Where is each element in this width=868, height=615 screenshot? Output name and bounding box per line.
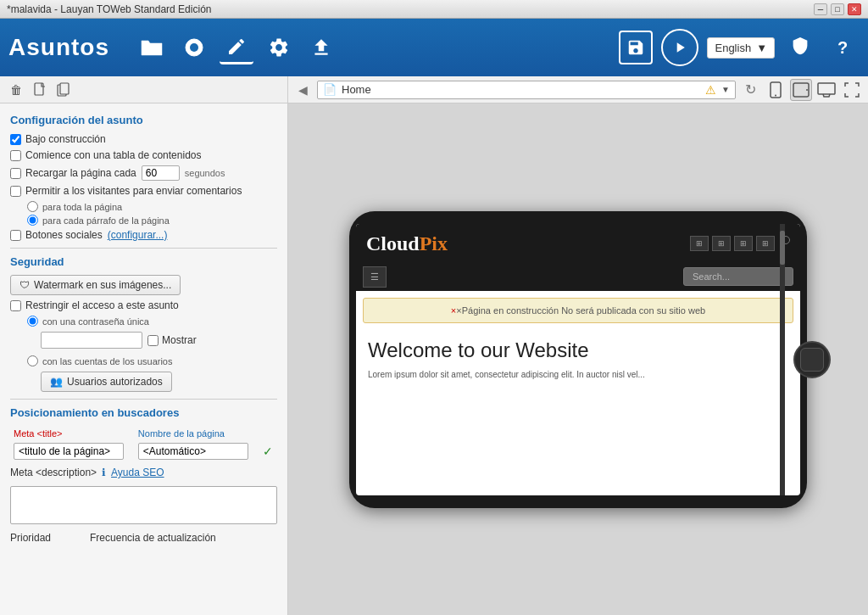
- website-welcome-title: Welcome to our Website: [368, 338, 788, 362]
- meta-title-input[interactable]: [14, 443, 124, 460]
- search-bar: Search...: [683, 267, 793, 286]
- help-button[interactable]: ?: [826, 31, 860, 64]
- radio-cuentas-label: con las cuentas de los usuarios: [42, 356, 172, 366]
- meta-description-label: Meta <description>: [10, 467, 97, 478]
- new-doc-icon[interactable]: [31, 81, 49, 99]
- paint-icon[interactable]: [177, 31, 211, 64]
- seo-section-title: Posicionamiento en buscadores: [10, 406, 277, 419]
- meta-description-textarea[interactable]: [10, 486, 277, 524]
- recargar-checkbox[interactable]: [10, 168, 21, 179]
- watermark-button[interactable]: 🛡 Watermark en sus imágenes...: [10, 275, 181, 295]
- radio-cada-parrafo-label: para cada párrafo de la página: [42, 215, 170, 226]
- svg-rect-4: [60, 83, 69, 94]
- website-header: CloudPix ⊞ ⊞ ⊞ ⊞: [356, 224, 800, 264]
- radio-group-security: con una contraseña única Mostrar con las…: [27, 316, 277, 392]
- recargar-input[interactable]: [142, 165, 180, 181]
- meta-title-header: Meta <title>: [14, 428, 62, 439]
- info-icon: ℹ: [102, 467, 106, 478]
- restringir-label: Restringir el acceso a este asunto: [25, 299, 179, 311]
- website-body: Welcome to our Website Lorem ipsum dolor…: [356, 330, 800, 389]
- password-input[interactable]: [41, 332, 142, 349]
- watermark-row: 🛡 Watermark en sus imágenes...: [10, 275, 277, 295]
- recargar-row: Recargar la página cada segundos: [10, 165, 277, 181]
- radio-toda-pagina[interactable]: [27, 201, 38, 212]
- back-button[interactable]: ◀: [293, 81, 312, 99]
- phone-home-button[interactable]: [793, 341, 831, 378]
- language-selector[interactable]: English ▼: [707, 37, 775, 59]
- permitir-comentarios-checkbox[interactable]: [10, 186, 21, 197]
- app-title: Asuntos: [8, 34, 109, 61]
- copy-icon[interactable]: [54, 81, 73, 99]
- svg-rect-9: [818, 83, 835, 94]
- address-dropdown-btn[interactable]: ▼: [721, 85, 730, 94]
- watermark-label: Watermark en sus imágenes...: [34, 279, 171, 291]
- website-lorem: Lorem ipsum dolor sit amet, consectetur …: [368, 369, 788, 381]
- scrollbar-track: [780, 224, 785, 495]
- preview-area: CloudPix ⊞ ⊞ ⊞ ⊞: [288, 103, 868, 615]
- shield-icon[interactable]: [783, 31, 817, 64]
- warning-icon: ⚠: [705, 83, 716, 97]
- tablet-device-icon[interactable]: [790, 79, 812, 101]
- maximize-button[interactable]: □: [831, 3, 844, 15]
- folder-icon[interactable]: [135, 31, 169, 64]
- pencil-icon[interactable]: [220, 31, 253, 64]
- radio-toda-pagina-label: para toda la página: [42, 202, 122, 212]
- gear-icon[interactable]: [262, 31, 296, 64]
- nombre-pagina-input[interactable]: [138, 443, 248, 460]
- configurar-link[interactable]: (configurar...): [108, 229, 168, 241]
- bajo-construccion-checkbox[interactable]: [10, 134, 21, 145]
- fullscreen-icon[interactable]: [841, 79, 863, 101]
- close-button[interactable]: ✕: [848, 3, 861, 15]
- botones-sociales-row: Botones sociales (configurar...): [10, 229, 277, 241]
- left-panel-scrollable[interactable]: Configuración del asunto Bajo construcci…: [0, 103, 287, 615]
- play-button[interactable]: [661, 29, 698, 66]
- website-logo: CloudPix: [366, 232, 448, 255]
- mostrar-label: Mostrar: [162, 334, 197, 346]
- radio-contrasena[interactable]: [27, 316, 38, 327]
- bajo-construccion-row: Bajo construcción: [10, 133, 277, 145]
- permitir-comentarios-row: Permitir a los visitantes para enviar co…: [10, 185, 277, 197]
- restringir-row: Restringir el acceso a este asunto: [10, 299, 277, 311]
- website-nav-icons: ⊞ ⊞ ⊞ ⊞: [690, 236, 790, 251]
- comience-tabla-label: Comience con una tabla de contenidos: [25, 149, 201, 161]
- menu-button: ☰: [363, 266, 387, 288]
- left-toolbar: 🗑: [0, 76, 287, 103]
- botones-sociales-label: Botones sociales: [25, 229, 103, 241]
- divider-1: [10, 248, 277, 249]
- radio-cada-parrafo[interactable]: [27, 215, 38, 226]
- ayuda-seo-link[interactable]: Ayuda SEO: [111, 467, 164, 478]
- minimize-button[interactable]: ─: [814, 3, 827, 15]
- botones-sociales-checkbox[interactable]: [10, 230, 21, 241]
- logo-styled: Pix: [420, 232, 448, 254]
- upload-icon[interactable]: [304, 31, 338, 64]
- phone-mockup: CloudPix ⊞ ⊞ ⊞ ⊞: [349, 211, 807, 508]
- svg-point-6: [775, 94, 776, 96]
- right-panel: ◀ 📄 Home ⚠ ▼ ↻: [288, 76, 868, 615]
- refresh-button[interactable]: ↻: [741, 81, 760, 99]
- radio-cuentas[interactable]: [27, 355, 38, 366]
- prioridad-frecuencia-row: Prioridad Frecuencia de actualización: [10, 532, 277, 544]
- nav-icon-2: ⊞: [712, 236, 731, 251]
- bajo-construccion-label: Bajo construcción: [25, 133, 106, 145]
- comience-tabla-checkbox[interactable]: [10, 150, 21, 161]
- users-icon: 👥: [50, 376, 63, 388]
- main-toolbar: Asuntos English: [0, 19, 868, 76]
- check-icon: ✓: [263, 444, 273, 458]
- website-nav-row: ☰ Search...: [356, 263, 800, 291]
- chevron-down-icon: ▼: [756, 42, 767, 54]
- restringir-checkbox[interactable]: [10, 300, 21, 311]
- phone-device-icon[interactable]: [765, 79, 787, 101]
- delete-icon[interactable]: 🗑: [7, 81, 25, 99]
- recargar-unit: segundos: [185, 168, 225, 178]
- device-icons: [765, 79, 863, 101]
- title-bar-controls: ─ □ ✕: [814, 3, 861, 15]
- left-panel: 🗑 Configuración del asunto: [0, 76, 288, 615]
- desktop-device-icon[interactable]: [815, 79, 837, 101]
- mostrar-checkbox[interactable]: [147, 335, 159, 346]
- scrollbar-thumb: [780, 231, 785, 265]
- frecuencia-label: Frecuencia de actualización: [90, 532, 216, 544]
- save-button[interactable]: [619, 31, 653, 64]
- usuarios-autorizados-button[interactable]: 👥 Usuarios autorizados: [41, 372, 172, 392]
- svg-point-8: [806, 89, 808, 91]
- nav-icon-3: ⊞: [734, 236, 753, 251]
